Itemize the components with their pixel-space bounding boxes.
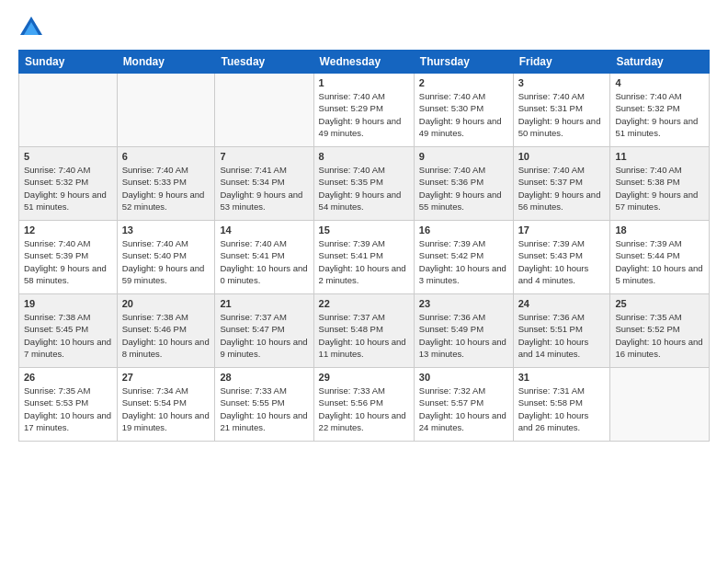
day-number: 21 (220, 298, 308, 309)
day-number: 20 (122, 298, 210, 309)
col-header-monday: Monday (117, 51, 215, 74)
day-info: Sunrise: 7:34 AMSunset: 5:54 PMDaylight:… (122, 385, 210, 433)
day-info: Sunrise: 7:40 AMSunset: 5:41 PMDaylight:… (220, 237, 308, 286)
day-number: 14 (220, 224, 308, 236)
day-number: 13 (122, 224, 210, 236)
day-number: 4 (615, 77, 704, 88)
calendar-cell: 5Sunrise: 7:40 AMSunset: 5:32 PMDaylight… (19, 147, 118, 221)
day-number: 18 (615, 224, 704, 236)
day-number: 31 (518, 372, 606, 383)
day-number: 30 (419, 372, 508, 383)
day-info: Sunrise: 7:37 AMSunset: 5:48 PMDaylight:… (319, 311, 409, 360)
day-number: 27 (122, 372, 210, 383)
calendar-cell: 9Sunrise: 7:40 AMSunset: 5:36 PMDaylight… (414, 147, 513, 221)
calendar-cell: 23Sunrise: 7:36 AMSunset: 5:49 PMDayligh… (414, 294, 513, 368)
calendar-cell: 21Sunrise: 7:37 AMSunset: 5:47 PMDayligh… (215, 294, 313, 368)
day-number: 5 (24, 151, 112, 162)
day-number: 22 (319, 298, 409, 309)
day-info: Sunrise: 7:37 AMSunset: 5:47 PMDaylight:… (220, 311, 308, 360)
day-info: Sunrise: 7:35 AMSunset: 5:52 PMDaylight:… (615, 311, 704, 360)
calendar-cell: 7Sunrise: 7:41 AMSunset: 5:34 PMDaylight… (215, 147, 313, 221)
calendar-cell: 11Sunrise: 7:40 AMSunset: 5:38 PMDayligh… (610, 147, 710, 221)
calendar-cell: 2Sunrise: 7:40 AMSunset: 5:30 PMDaylight… (414, 74, 513, 147)
calendar-cell: 4Sunrise: 7:40 AMSunset: 5:32 PMDaylight… (610, 74, 710, 147)
calendar-cell: 18Sunrise: 7:39 AMSunset: 5:44 PMDayligh… (610, 221, 710, 294)
day-number: 29 (319, 372, 409, 383)
day-info: Sunrise: 7:38 AMSunset: 5:46 PMDaylight:… (122, 311, 210, 360)
calendar-cell: 6Sunrise: 7:40 AMSunset: 5:33 PMDaylight… (117, 147, 215, 221)
day-number: 15 (319, 224, 409, 236)
day-number: 10 (518, 151, 606, 162)
logo (18, 15, 46, 40)
header (18, 15, 710, 40)
day-number: 8 (319, 151, 409, 162)
logo-icon (18, 15, 44, 40)
day-info: Sunrise: 7:40 AMSunset: 5:30 PMDaylight:… (419, 90, 508, 139)
day-number: 23 (419, 298, 508, 309)
day-info: Sunrise: 7:40 AMSunset: 5:33 PMDaylight:… (122, 164, 210, 213)
col-header-saturday: Saturday (610, 51, 710, 74)
day-info: Sunrise: 7:40 AMSunset: 5:39 PMDaylight:… (24, 237, 112, 286)
day-number: 9 (419, 151, 508, 162)
day-info: Sunrise: 7:40 AMSunset: 5:36 PMDaylight:… (419, 164, 508, 213)
calendar-cell: 17Sunrise: 7:39 AMSunset: 5:43 PMDayligh… (513, 221, 610, 294)
calendar-cell: 10Sunrise: 7:40 AMSunset: 5:37 PMDayligh… (513, 147, 610, 221)
calendar-cell: 30Sunrise: 7:32 AMSunset: 5:57 PMDayligh… (414, 368, 513, 442)
day-number: 2 (419, 77, 508, 88)
calendar-cell: 14Sunrise: 7:40 AMSunset: 5:41 PMDayligh… (215, 221, 313, 294)
day-info: Sunrise: 7:40 AMSunset: 5:29 PMDaylight:… (319, 90, 409, 139)
day-number: 12 (24, 224, 112, 236)
day-number: 6 (122, 151, 210, 162)
calendar-cell: 16Sunrise: 7:39 AMSunset: 5:42 PMDayligh… (414, 221, 513, 294)
day-info: Sunrise: 7:36 AMSunset: 5:51 PMDaylight:… (518, 311, 606, 360)
col-header-wednesday: Wednesday (313, 51, 414, 74)
day-info: Sunrise: 7:41 AMSunset: 5:34 PMDaylight:… (220, 164, 308, 213)
day-info: Sunrise: 7:36 AMSunset: 5:49 PMDaylight:… (419, 311, 508, 360)
day-info: Sunrise: 7:33 AMSunset: 5:55 PMDaylight:… (220, 385, 308, 433)
calendar-cell: 8Sunrise: 7:40 AMSunset: 5:35 PMDaylight… (313, 147, 414, 221)
day-info: Sunrise: 7:40 AMSunset: 5:37 PMDaylight:… (518, 164, 606, 213)
day-info: Sunrise: 7:40 AMSunset: 5:31 PMDaylight:… (518, 90, 606, 139)
day-info: Sunrise: 7:39 AMSunset: 5:44 PMDaylight:… (615, 237, 704, 286)
col-header-tuesday: Tuesday (215, 51, 313, 74)
day-number: 11 (615, 151, 704, 162)
day-number: 28 (220, 372, 308, 383)
calendar-cell (610, 368, 710, 442)
day-info: Sunrise: 7:40 AMSunset: 5:32 PMDaylight:… (24, 164, 112, 213)
calendar-cell: 3Sunrise: 7:40 AMSunset: 5:31 PMDaylight… (513, 74, 610, 147)
calendar-cell: 22Sunrise: 7:37 AMSunset: 5:48 PMDayligh… (313, 294, 414, 368)
calendar-cell (19, 74, 118, 147)
day-number: 17 (518, 224, 606, 236)
calendar-cell (117, 74, 215, 147)
calendar-cell: 31Sunrise: 7:31 AMSunset: 5:58 PMDayligh… (513, 368, 610, 442)
col-header-thursday: Thursday (414, 51, 513, 74)
calendar-cell: 20Sunrise: 7:38 AMSunset: 5:46 PMDayligh… (117, 294, 215, 368)
calendar-table: SundayMondayTuesdayWednesdayThursdayFrid… (18, 50, 710, 442)
day-info: Sunrise: 7:40 AMSunset: 5:40 PMDaylight:… (122, 237, 210, 286)
day-number: 16 (419, 224, 508, 236)
calendar-cell: 24Sunrise: 7:36 AMSunset: 5:51 PMDayligh… (513, 294, 610, 368)
day-number: 7 (220, 151, 308, 162)
calendar-cell: 25Sunrise: 7:35 AMSunset: 5:52 PMDayligh… (610, 294, 710, 368)
day-number: 1 (319, 77, 409, 88)
calendar-cell: 13Sunrise: 7:40 AMSunset: 5:40 PMDayligh… (117, 221, 215, 294)
day-info: Sunrise: 7:39 AMSunset: 5:43 PMDaylight:… (518, 237, 606, 286)
calendar-cell: 28Sunrise: 7:33 AMSunset: 5:55 PMDayligh… (215, 368, 313, 442)
day-number: 24 (518, 298, 606, 309)
day-number: 26 (24, 372, 112, 383)
calendar-cell: 27Sunrise: 7:34 AMSunset: 5:54 PMDayligh… (117, 368, 215, 442)
col-header-sunday: Sunday (19, 51, 118, 74)
day-number: 3 (518, 77, 606, 88)
calendar-cell: 15Sunrise: 7:39 AMSunset: 5:41 PMDayligh… (313, 221, 414, 294)
page: SundayMondayTuesdayWednesdayThursdayFrid… (0, 0, 728, 563)
day-number: 19 (24, 298, 112, 309)
day-info: Sunrise: 7:31 AMSunset: 5:58 PMDaylight:… (518, 385, 606, 433)
calendar-cell (215, 74, 313, 147)
day-info: Sunrise: 7:33 AMSunset: 5:56 PMDaylight:… (319, 385, 409, 433)
day-info: Sunrise: 7:40 AMSunset: 5:35 PMDaylight:… (319, 164, 409, 213)
day-info: Sunrise: 7:38 AMSunset: 5:45 PMDaylight:… (24, 311, 112, 360)
calendar-cell: 26Sunrise: 7:35 AMSunset: 5:53 PMDayligh… (19, 368, 118, 442)
calendar-cell: 29Sunrise: 7:33 AMSunset: 5:56 PMDayligh… (313, 368, 414, 442)
day-info: Sunrise: 7:39 AMSunset: 5:42 PMDaylight:… (419, 237, 508, 286)
calendar-cell: 12Sunrise: 7:40 AMSunset: 5:39 PMDayligh… (19, 221, 118, 294)
